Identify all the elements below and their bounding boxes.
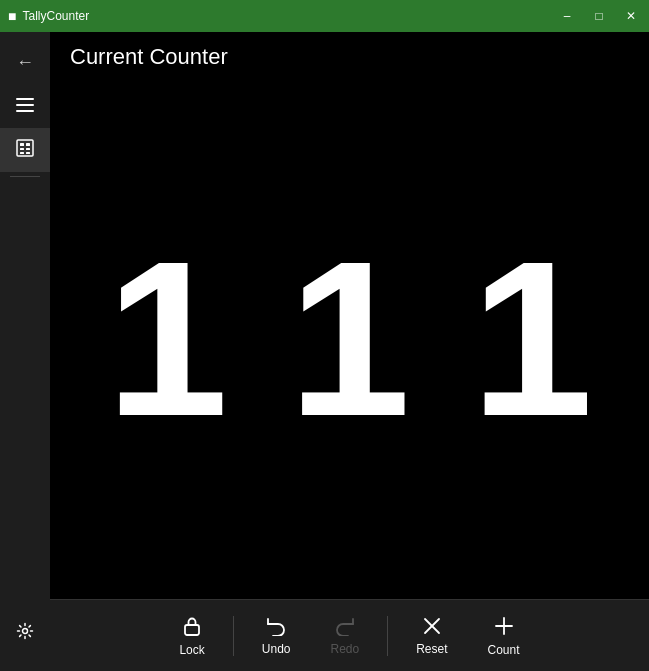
maximize-button[interactable]: □ [589,6,609,26]
back-icon: ← [16,52,34,73]
lock-label: Lock [179,643,204,657]
svg-rect-11 [185,625,199,635]
svg-rect-1 [16,104,34,106]
sidebar-back-button[interactable]: ← [0,40,50,84]
counter-digit-2: 1 [288,229,410,449]
app-icon: ■ [8,8,16,24]
reset-button[interactable]: Reset [396,610,467,662]
title-bar: ■ TallyCounter – □ ✕ [0,0,649,32]
svg-rect-0 [16,98,34,100]
page-header: Current Counter [50,32,649,78]
counter-digit-3: 1 [471,229,593,449]
count-button[interactable]: Count [468,609,540,663]
close-button[interactable]: ✕ [621,6,641,26]
menu-icon [16,96,34,117]
svg-rect-2 [16,110,34,112]
bottom-toolbar: Lock Undo Redo [50,599,649,671]
sidebar-settings-button[interactable] [0,611,50,655]
svg-rect-9 [26,152,30,154]
svg-rect-7 [26,148,30,150]
window-controls: – □ ✕ [557,6,641,26]
counter-display: 1 1 1 [50,78,649,599]
undo-button[interactable]: Undo [242,610,311,662]
lock-button[interactable]: Lock [159,609,224,663]
reset-icon [422,616,442,639]
svg-rect-8 [20,152,24,154]
sidebar-divider [10,176,40,177]
count-icon [493,615,515,640]
redo-icon [334,616,356,639]
sidebar-counter-button[interactable] [0,128,50,172]
svg-rect-4 [20,143,24,146]
svg-rect-6 [20,148,24,150]
undo-label: Undo [262,642,291,656]
undo-icon [265,616,287,639]
svg-rect-5 [26,143,30,146]
sidebar-menu-button[interactable] [0,84,50,128]
redo-label: Redo [330,642,359,656]
toolbar-separator-1 [233,616,234,656]
counter-digit-1: 1 [106,229,228,449]
app-body: ← [0,32,649,671]
redo-button[interactable]: Redo [310,610,379,662]
svg-point-10 [23,628,28,633]
count-label: Count [488,643,520,657]
app-title: TallyCounter [22,9,557,23]
svg-rect-3 [17,140,33,156]
minimize-button[interactable]: – [557,6,577,26]
reset-label: Reset [416,642,447,656]
calculator-icon [16,139,34,162]
settings-icon [16,622,34,645]
main-content: Current Counter 1 1 1 Lock [50,32,649,671]
sidebar: ← [0,32,50,671]
lock-icon [182,615,202,640]
toolbar-separator-2 [387,616,388,656]
